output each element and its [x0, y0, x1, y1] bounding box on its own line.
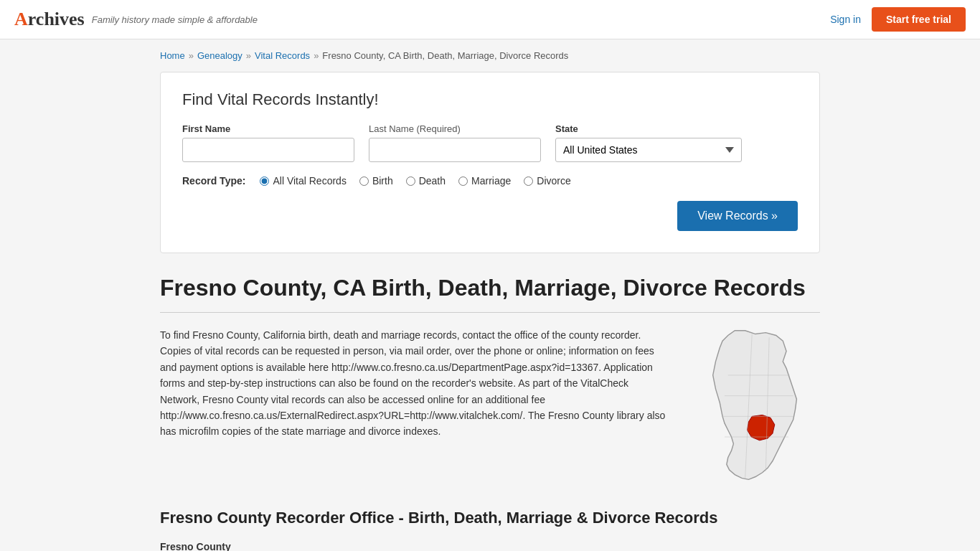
recorder-section: Fresno County Recorder Office - Birth, D… — [160, 509, 820, 551]
breadcrumb-home[interactable]: Home — [160, 50, 185, 61]
last-name-input[interactable] — [369, 138, 541, 162]
site-header: Archives Family history made simple & af… — [0, 0, 980, 39]
description-text: To find Fresno County, California birth,… — [160, 327, 669, 440]
site-logo: Archives — [14, 9, 85, 30]
record-type-marriage[interactable]: Marriage — [458, 175, 511, 187]
first-name-input[interactable] — [182, 138, 354, 162]
last-name-group: Last Name (Required) — [369, 123, 541, 162]
search-fields: First Name Last Name (Required) State Al… — [182, 123, 798, 162]
main-content: Home » Genealogy » Vital Records » Fresn… — [146, 39, 834, 551]
county-name: Fresno County — [160, 538, 820, 551]
view-records-row: View Records » — [182, 201, 798, 231]
record-type-options: All Vital Records Birth Death Marriage D… — [260, 175, 570, 187]
last-name-label: Last Name (Required) — [369, 123, 541, 134]
breadcrumb: Home » Genealogy » Vital Records » Fresn… — [160, 50, 820, 61]
record-type-birth[interactable]: Birth — [359, 175, 393, 187]
search-title: Find Vital Records Instantly! — [182, 90, 798, 109]
breadcrumb-genealogy[interactable]: Genealogy — [197, 50, 242, 61]
state-group: State All United States Alabama Alaska A… — [555, 123, 742, 162]
record-type-death[interactable]: Death — [406, 175, 446, 187]
california-map — [691, 327, 820, 487]
breadcrumb-sep-1: » — [189, 50, 194, 61]
header-left: Archives Family history made simple & af… — [14, 9, 258, 30]
view-records-button[interactable]: View Records » — [677, 201, 798, 231]
search-box: Find Vital Records Instantly! First Name… — [160, 72, 820, 253]
title-divider — [160, 312, 820, 313]
state-label: State — [555, 123, 742, 134]
page-title: Fresno County, CA Birth, Death, Marriage… — [160, 275, 820, 301]
ca-map-svg — [691, 327, 820, 485]
start-trial-button[interactable]: Start free trial — [872, 7, 966, 32]
recorder-section-title: Fresno County Recorder Office - Birth, D… — [160, 509, 820, 527]
breadcrumb-sep-3: » — [314, 50, 319, 61]
record-type-row: Record Type: All Vital Records Birth Dea… — [182, 175, 798, 187]
record-type-all[interactable]: All Vital Records — [260, 175, 346, 187]
state-select[interactable]: All United States Alabama Alaska Arizona… — [555, 138, 742, 162]
breadcrumb-sep-2: » — [246, 50, 251, 61]
header-right: Sign in Start free trial — [830, 7, 966, 32]
content-area: To find Fresno County, California birth,… — [160, 327, 820, 487]
first-name-label: First Name — [182, 123, 354, 134]
record-type-divorce[interactable]: Divorce — [524, 175, 570, 187]
tagline: Family history made simple & affordable — [92, 14, 258, 25]
sign-in-link[interactable]: Sign in — [830, 14, 861, 25]
content-text: To find Fresno County, California birth,… — [160, 327, 669, 487]
breadcrumb-current: Fresno County, CA Birth, Death, Marriage… — [322, 50, 568, 61]
breadcrumb-vital-records[interactable]: Vital Records — [255, 50, 310, 61]
first-name-group: First Name — [182, 123, 354, 162]
record-type-label: Record Type: — [182, 175, 245, 187]
recorder-info: Fresno County PO Box 766 Fresno, CA 9371… — [160, 538, 820, 551]
